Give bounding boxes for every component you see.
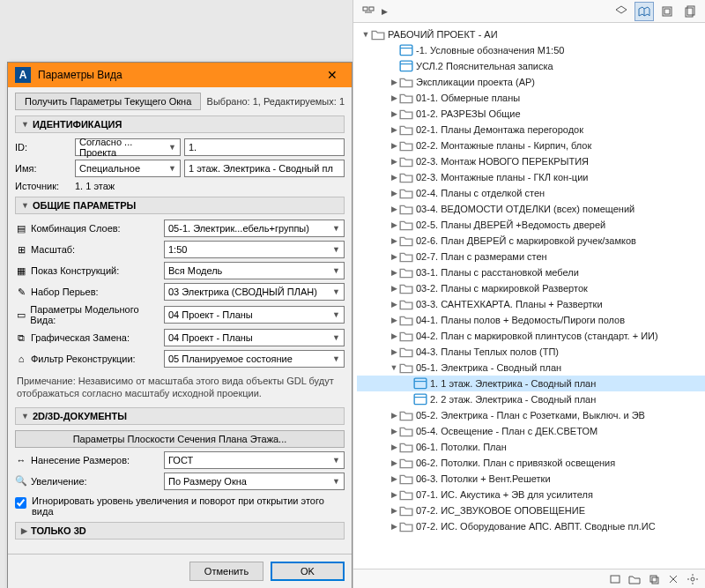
tree-folder[interactable]: ▶04-3. Планы Теплых полов (ТП) [357,344,705,360]
publisher-tab-icon[interactable] [680,2,700,21]
chevron-right-icon[interactable]: ▶ [389,300,399,309]
close-icon[interactable]: ✕ [320,68,345,82]
chevron-right-icon[interactable]: ▶ [389,205,399,213]
chevron-right-icon[interactable]: ▶ [389,109,399,118]
tree-folder[interactable]: ▶02-3. Монтажные планы - ГКЛ кон-ции [357,169,705,185]
ok-button[interactable]: OK [271,562,345,581]
zoom-combo[interactable]: По Размеру Окна▼ [164,473,345,490]
navigator-switch-icon[interactable] [359,2,378,21]
layout-book-tab-icon[interactable] [657,2,677,21]
folder-icon [399,234,413,247]
chevron-right-icon[interactable]: ▶ [389,236,399,245]
ignore-zoom-checkbox[interactable] [15,497,26,509]
tree-view[interactable]: 2. 2 этаж. Электрика - Сводный план [357,391,705,407]
tree-folder[interactable]: ▶01-2. РАЗРЕЗЫ Общие [357,106,705,122]
tree-folder[interactable]: ▶03-3. САНТЕХКАРТА. Планы + Развертки [357,296,705,312]
section-2d3d[interactable]: ▼ 2D/3D-ДОКУМЕНТЫ [15,407,345,425]
tree-folder[interactable]: ▶02-6. План ДВЕРЕЙ с маркировкой ручек/з… [357,233,705,249]
chevron-right-icon[interactable]: ▶ [389,141,399,150]
chevron-right-icon[interactable]: ▶ [389,522,399,531]
tree-folder[interactable]: ▼РАБОЧИЙ ПРОЕКТ - АИ [357,26,705,42]
scale-combo[interactable]: 1:50▼ [164,241,345,258]
cancel-button[interactable]: Отменить [189,562,263,581]
chevron-down-icon[interactable]: ▼ [360,30,371,39]
tree-folder[interactable]: ▶Экспликации проекта (АР) [357,74,705,90]
tree-folder[interactable]: ▶02-3. Монтаж НОВОГО ПЕРЕКРЫТИЯ [357,153,705,169]
chevron-right-icon[interactable]: ▶ [389,443,399,451]
chevron-right-icon[interactable]: ▶ [389,78,399,86]
id-mode-combo[interactable]: Согласно ... Проекта▼ [75,138,181,156]
tree-folder[interactable]: ▶01-1. Обмерные планы [357,90,705,106]
tree-folder[interactable]: ▶06-1. Потолки. План [357,439,705,455]
dimension-combo[interactable]: ГОСТ▼ [164,451,345,469]
tree-folder[interactable]: ▶02-2. Монтажные планы - Кирпич, блок [357,138,705,153]
tree-folder[interactable]: ▶02-7. План с размерами стен [357,249,705,264]
tree-view[interactable]: -1. Условные обозначения М1:50 [357,42,705,58]
svg-rect-11 [611,576,620,583]
chevron-right-icon[interactable]: ▶ [389,331,399,340]
mvo-combo[interactable]: 04 Проект - Планы▼ [164,306,345,324]
reno-combo[interactable]: 05 Планируемое состояние▼ [164,350,345,368]
dialog-titlebar[interactable]: A Параметры Вида ✕ [8,63,352,87]
chevron-right-icon[interactable]: ▶ [389,458,399,467]
chevron-right-icon[interactable]: ▶ [389,157,399,166]
chevron-right-icon[interactable]: ▶ [389,284,399,293]
tree-folder[interactable]: ▼05-1. Электрика - Сводный план [357,360,705,376]
tree-folder[interactable]: ▶07-2. ИС. Оборудование АПС. АВПТ. Сводн… [357,518,705,534]
tree-folder[interactable]: ▶07-1. ИС. Акустика + ЭВ для усилителя [357,487,705,502]
chevron-right-icon[interactable]: ▶ [389,220,399,229]
reno-icon: ⌂ [15,353,27,365]
settings-icon[interactable] [686,572,700,586]
tree-folder[interactable]: ▶05-2. Электрика - План с Розетками, Вык… [357,407,705,423]
tree-folder[interactable]: ▶04-2. План с маркировкой плинтусов (ста… [357,328,705,344]
chevron-right-icon[interactable]: ▶ [389,268,399,277]
chevron-right-icon[interactable]: ▶ [389,316,399,324]
tree-folder[interactable]: ▶03-4. ВЕДОМОСТИ ОТДЕЛКИ (всех) помещени… [357,201,705,217]
tree-folder[interactable]: ▶03-1. Планы с расстановкой мебели [357,264,705,280]
structure-combo[interactable]: Вся Модель▼ [164,262,345,279]
tree-folder[interactable]: ▶02-4. Планы с отделкой стен [357,185,705,201]
section-identification[interactable]: ▼ ИДЕНТИФИКАЦИЯ [15,115,345,133]
tree-view[interactable]: УСЛ.2 Пояснительная записка [357,58,705,74]
go-combo[interactable]: 04 Проект - Планы▼ [164,329,345,346]
tree-folder[interactable]: ▶07-2. ИС_ЗВУКОВОЕ ОПОВЕЩЕНИЕ [357,502,705,518]
tree-folder[interactable]: ▶03-2. Планы с маркировкой Разверток [357,280,705,296]
name-field[interactable] [184,160,345,177]
id-field[interactable] [184,138,345,156]
clone-icon[interactable] [647,572,661,586]
chevron-right-icon[interactable]: ▶ [389,125,399,134]
chevron-right-icon[interactable]: ▶ [389,427,399,435]
floor-plan-cut-plane-button[interactable]: Параметры Плоскости Сечения Плана Этажа.… [15,430,345,448]
section-general[interactable]: ▼ ОБЩИЕ ПАРАМЕТРЫ [15,197,345,214]
chevron-right-icon[interactable]: ▶ [389,173,399,182]
new-view-icon[interactable] [608,572,622,586]
tree-folder[interactable]: ▶02-1. Планы Демонтажа перегородок [357,122,705,138]
chevron-right-icon[interactable]: ▶ [389,474,399,483]
chevron-right-icon[interactable]: ▶ [389,506,399,515]
tree-folder[interactable]: ▶06-3. Потолки + Вент.Решетки [357,471,705,487]
delete-icon[interactable] [666,572,680,586]
chevron-down-icon[interactable]: ▼ [389,363,399,372]
name-mode-combo[interactable]: Специальное▼ [75,160,181,177]
chevron-right-icon[interactable]: ▶ [389,347,399,356]
chevron-right-icon[interactable]: ▶ [389,93,399,102]
get-current-window-params-button[interactable]: Получить Параметры Текущего Окна [15,93,201,110]
tree-view[interactable]: 1. 1 этаж. Электрика - Сводный план [357,376,705,391]
chevron-right-icon[interactable]: ▶ [389,411,399,420]
chevron-right-icon[interactable]: ▶ [389,490,399,499]
chevron-right-icon[interactable]: ▶ [389,252,399,261]
tree-folder[interactable]: ▶06-2. Потолки. План с привязкой освещен… [357,455,705,471]
view-map-tab-icon[interactable] [634,2,654,21]
tree-folder[interactable]: ▶02-5. Планы ДВЕРЕЙ +Ведомость дверей [357,217,705,233]
chevron-right-icon[interactable]: ▶ [389,189,399,197]
penset-combo[interactable]: 03 Электрика (СВОДНЫЙ ПЛАН)▼ [164,283,345,301]
tree-folder[interactable]: ▶05-4. Освещение - План с ДЕК.СВЕТОМ [357,423,705,439]
project-map-tab-icon[interactable] [612,2,631,21]
navigator-tree[interactable]: ▼РАБОЧИЙ ПРОЕКТ - АИ-1. Условные обознач… [353,23,705,569]
section-only3d[interactable]: ▶ ТОЛЬКО 3D [15,522,345,540]
chevron-right-icon[interactable]: ▶ [382,7,388,16]
new-folder-icon[interactable] [627,572,642,586]
svg-rect-12 [650,576,657,582]
layers-combo[interactable]: 05-1. Электрик...ебель+группы)▼ [164,220,345,237]
tree-folder[interactable]: ▶04-1. Планы полов + Ведомость/Пироги по… [357,312,705,328]
